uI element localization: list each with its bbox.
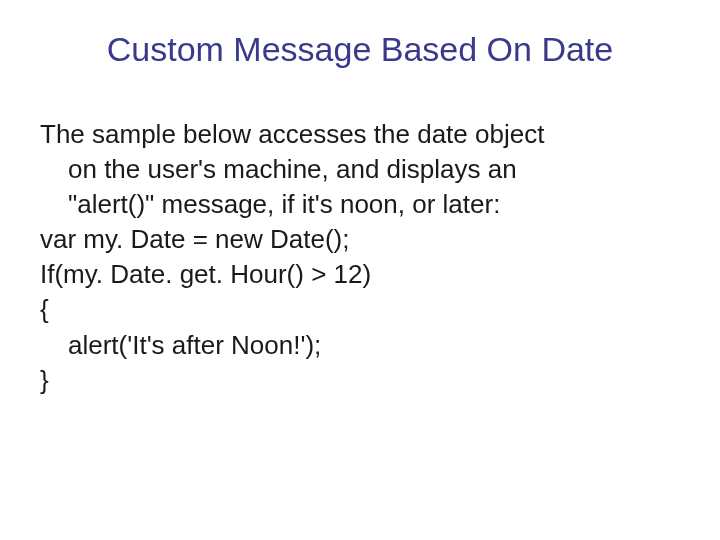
intro-text-line2: on the user's machine, and displays an — [40, 152, 680, 187]
slide-body: The sample below accesses the date objec… — [40, 117, 680, 398]
code-line-3: { — [40, 292, 680, 327]
intro-text-line3: "alert()" message, if it's noon, or late… — [40, 187, 680, 222]
code-line-1: var my. Date = new Date(); — [40, 222, 680, 257]
intro-text-line1: The sample below accesses the date objec… — [40, 117, 680, 152]
slide-container: Custom Message Based On Date The sample … — [0, 0, 720, 540]
slide-title: Custom Message Based On Date — [40, 30, 680, 69]
code-line-5: } — [40, 363, 680, 398]
code-line-4: alert('It's after Noon!'); — [40, 328, 680, 363]
code-line-2: If(my. Date. get. Hour() > 12) — [40, 257, 680, 292]
